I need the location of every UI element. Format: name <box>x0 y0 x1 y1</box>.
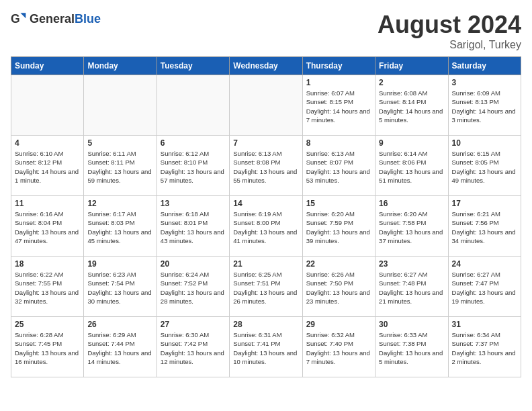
week-row-3: 11Sunrise: 6:16 AMSunset: 8:04 PMDayligh… <box>11 196 521 257</box>
day-number: 24 <box>452 259 517 269</box>
day-info: Sunrise: 6:24 AMSunset: 7:52 PMDaylight:… <box>161 270 226 306</box>
calendar-cell: 17Sunrise: 6:21 AMSunset: 7:56 PMDayligh… <box>448 196 521 257</box>
logo: G GeneralBlue <box>11 11 101 27</box>
day-number: 23 <box>379 259 444 269</box>
day-info: Sunrise: 6:20 AMSunset: 7:58 PMDaylight:… <box>379 210 444 245</box>
logo-text-blue: Blue <box>75 12 101 26</box>
calendar-cell: 10Sunrise: 6:15 AMSunset: 8:05 PMDayligh… <box>448 136 521 196</box>
calendar-cell: 14Sunrise: 6:19 AMSunset: 8:00 PMDayligh… <box>230 196 302 257</box>
day-number: 29 <box>306 320 371 329</box>
day-info: Sunrise: 6:08 AMSunset: 8:14 PMDaylight:… <box>379 89 444 124</box>
logo-icon: G <box>11 11 27 27</box>
calendar-cell: 20Sunrise: 6:24 AMSunset: 7:52 PMDayligh… <box>157 257 229 317</box>
day-number: 9 <box>379 138 444 148</box>
day-number: 26 <box>87 320 152 329</box>
week-row-4: 18Sunrise: 6:22 AMSunset: 7:55 PMDayligh… <box>11 257 521 317</box>
calendar-cell: 22Sunrise: 6:26 AMSunset: 7:50 PMDayligh… <box>302 257 375 317</box>
calendar-cell: 4Sunrise: 6:10 AMSunset: 8:12 PMDaylight… <box>11 136 84 196</box>
logo-text-general: General <box>30 12 75 26</box>
calendar-cell: 21Sunrise: 6:25 AMSunset: 7:51 PMDayligh… <box>230 257 302 317</box>
day-info: Sunrise: 6:30 AMSunset: 7:42 PMDaylight:… <box>161 330 226 366</box>
day-info: Sunrise: 6:10 AMSunset: 8:12 PMDaylight:… <box>15 149 80 185</box>
day-info: Sunrise: 6:29 AMSunset: 7:44 PMDaylight:… <box>87 330 152 366</box>
calendar-cell <box>84 75 157 136</box>
day-info: Sunrise: 6:13 AMSunset: 8:08 PMDaylight:… <box>233 149 298 185</box>
weekday-header-row: SundayMondayTuesdayWednesdayThursdayFrid… <box>11 57 521 75</box>
svg-marker-1 <box>20 13 26 18</box>
svg-text:G: G <box>11 12 20 26</box>
weekday-header-friday: Friday <box>375 57 448 75</box>
day-number: 11 <box>15 199 80 208</box>
calendar-cell: 12Sunrise: 6:17 AMSunset: 8:03 PMDayligh… <box>84 196 157 257</box>
day-info: Sunrise: 6:32 AMSunset: 7:40 PMDaylight:… <box>306 330 371 366</box>
day-number: 25 <box>15 320 80 329</box>
calendar-cell: 8Sunrise: 6:13 AMSunset: 8:07 PMDaylight… <box>302 136 375 196</box>
day-info: Sunrise: 6:21 AMSunset: 7:56 PMDaylight:… <box>452 210 517 245</box>
header: G GeneralBlue August 2024 Sarigol, Turke… <box>11 11 521 51</box>
day-number: 4 <box>15 138 80 148</box>
day-info: Sunrise: 6:16 AMSunset: 8:04 PMDaylight:… <box>15 210 80 245</box>
day-number: 27 <box>161 320 226 329</box>
day-number: 2 <box>379 78 444 87</box>
day-number: 6 <box>161 138 226 148</box>
day-number: 18 <box>15 259 80 269</box>
calendar-cell: 24Sunrise: 6:27 AMSunset: 7:47 PMDayligh… <box>448 257 521 317</box>
calendar-cell: 9Sunrise: 6:14 AMSunset: 8:06 PMDaylight… <box>375 136 448 196</box>
week-row-1: 1Sunrise: 6:07 AMSunset: 8:15 PMDaylight… <box>11 75 521 136</box>
weekday-header-thursday: Thursday <box>302 57 375 75</box>
day-number: 21 <box>233 259 298 269</box>
weekday-header-monday: Monday <box>84 57 157 75</box>
day-info: Sunrise: 6:07 AMSunset: 8:15 PMDaylight:… <box>306 89 371 124</box>
day-number: 16 <box>379 199 444 208</box>
calendar-cell: 27Sunrise: 6:30 AMSunset: 7:42 PMDayligh… <box>157 317 229 377</box>
calendar-cell: 29Sunrise: 6:32 AMSunset: 7:40 PMDayligh… <box>302 317 375 377</box>
location-subtitle: Sarigol, Turkey <box>378 39 521 51</box>
calendar-cell: 1Sunrise: 6:07 AMSunset: 8:15 PMDaylight… <box>302 75 375 136</box>
calendar-cell: 3Sunrise: 6:09 AMSunset: 8:13 PMDaylight… <box>448 75 521 136</box>
day-info: Sunrise: 6:09 AMSunset: 8:13 PMDaylight:… <box>452 89 517 124</box>
day-number: 5 <box>87 138 152 148</box>
calendar-cell: 13Sunrise: 6:18 AMSunset: 8:01 PMDayligh… <box>157 196 229 257</box>
weekday-header-wednesday: Wednesday <box>230 57 302 75</box>
calendar-cell <box>11 75 84 136</box>
calendar-cell: 15Sunrise: 6:20 AMSunset: 7:59 PMDayligh… <box>302 196 375 257</box>
day-info: Sunrise: 6:13 AMSunset: 8:07 PMDaylight:… <box>306 149 371 185</box>
day-info: Sunrise: 6:17 AMSunset: 8:03 PMDaylight:… <box>87 210 152 245</box>
day-info: Sunrise: 6:22 AMSunset: 7:55 PMDaylight:… <box>15 270 80 306</box>
day-info: Sunrise: 6:33 AMSunset: 7:38 PMDaylight:… <box>379 330 444 366</box>
calendar-cell: 26Sunrise: 6:29 AMSunset: 7:44 PMDayligh… <box>84 317 157 377</box>
weekday-header-saturday: Saturday <box>448 57 521 75</box>
calendar-cell: 11Sunrise: 6:16 AMSunset: 8:04 PMDayligh… <box>11 196 84 257</box>
day-info: Sunrise: 6:28 AMSunset: 7:45 PMDaylight:… <box>15 330 80 366</box>
day-number: 15 <box>306 199 371 208</box>
month-title: August 2024 <box>378 11 521 39</box>
day-number: 28 <box>233 320 298 329</box>
calendar-cell: 18Sunrise: 6:22 AMSunset: 7:55 PMDayligh… <box>11 257 84 317</box>
day-number: 8 <box>306 138 371 148</box>
calendar: SundayMondayTuesdayWednesdayThursdayFrid… <box>11 56 521 377</box>
weekday-header-tuesday: Tuesday <box>157 57 229 75</box>
calendar-cell: 28Sunrise: 6:31 AMSunset: 7:41 PMDayligh… <box>230 317 302 377</box>
calendar-cell: 31Sunrise: 6:34 AMSunset: 7:37 PMDayligh… <box>448 317 521 377</box>
calendar-cell: 30Sunrise: 6:33 AMSunset: 7:38 PMDayligh… <box>375 317 448 377</box>
day-number: 17 <box>452 199 517 208</box>
day-info: Sunrise: 6:25 AMSunset: 7:51 PMDaylight:… <box>233 270 298 306</box>
calendar-cell: 25Sunrise: 6:28 AMSunset: 7:45 PMDayligh… <box>11 317 84 377</box>
day-info: Sunrise: 6:18 AMSunset: 8:01 PMDaylight:… <box>161 210 226 245</box>
day-number: 20 <box>161 259 226 269</box>
day-info: Sunrise: 6:19 AMSunset: 8:00 PMDaylight:… <box>233 210 298 245</box>
day-number: 10 <box>452 138 517 148</box>
day-info: Sunrise: 6:26 AMSunset: 7:50 PMDaylight:… <box>306 270 371 306</box>
calendar-cell: 16Sunrise: 6:20 AMSunset: 7:58 PMDayligh… <box>375 196 448 257</box>
day-number: 14 <box>233 199 298 208</box>
day-number: 1 <box>306 78 371 87</box>
day-number: 19 <box>87 259 152 269</box>
day-number: 22 <box>306 259 371 269</box>
weekday-header-sunday: Sunday <box>11 57 84 75</box>
day-info: Sunrise: 6:27 AMSunset: 7:47 PMDaylight:… <box>452 270 517 306</box>
day-info: Sunrise: 6:15 AMSunset: 8:05 PMDaylight:… <box>452 149 517 185</box>
day-info: Sunrise: 6:27 AMSunset: 7:48 PMDaylight:… <box>379 270 444 306</box>
day-info: Sunrise: 6:31 AMSunset: 7:41 PMDaylight:… <box>233 330 298 366</box>
title-section: August 2024 Sarigol, Turkey <box>378 11 521 51</box>
calendar-cell <box>157 75 229 136</box>
